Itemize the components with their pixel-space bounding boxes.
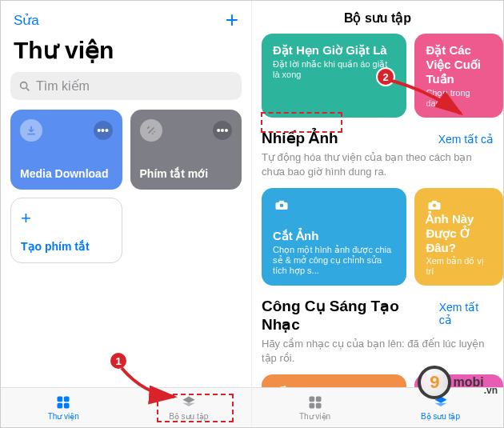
download-icon: [20, 119, 42, 142]
create-shortcut-label: Tạo phím tắt: [21, 240, 112, 253]
grid-icon: [306, 394, 324, 410]
gallery-header: Bộ sưu tập: [252, 1, 503, 34]
add-button[interactable]: +: [226, 7, 238, 33]
card-label: Phím tắt mới: [140, 167, 233, 180]
camera-icon: [426, 198, 443, 212]
tab-label: Thư viện: [48, 412, 79, 421]
svg-rect-14: [309, 403, 314, 409]
screen-library: Sửa + Thư viện Tìm kiếm ••• Media Downlo…: [1, 1, 252, 427]
tab-label: Thư viện: [299, 412, 330, 421]
card-new-shortcut[interactable]: ••• Phím tắt mới: [130, 110, 242, 190]
see-all-link[interactable]: Xem tất cả: [438, 133, 494, 146]
shortcut-title: Ảnh Này Được Ở Đâu?: [426, 212, 492, 254]
section-desc: Hãy cầm nhạc cụ của bạn lên: đã đến lúc …: [252, 337, 503, 365]
see-all-link[interactable]: Xem tất cả: [439, 301, 494, 326]
svg-rect-5: [64, 403, 70, 409]
section-desc: Tự động hóa thư viện của bạn theo cách b…: [252, 150, 503, 178]
screen-gallery: Bộ sưu tập Đặt Hẹn Giờ Giặt Là Đặt lời n…: [252, 1, 503, 427]
svg-rect-12: [309, 397, 314, 402]
shortcut-subtitle: Xem bản đồ vị trí: [426, 256, 492, 276]
svg-rect-3: [64, 397, 70, 402]
shortcut-subtitle: Chọn trong danh: [426, 88, 492, 108]
more-icon[interactable]: •••: [213, 121, 232, 140]
more-icon[interactable]: •••: [94, 121, 113, 140]
shortcut-subtitle: Đặt lời nhắc khi quần áo giặt là xong: [273, 59, 395, 79]
edit-button[interactable]: Sửa: [14, 12, 39, 29]
shortcut-crop-photo[interactable]: Cắt Ảnh Chọn một hình ảnh được chia sẻ &…: [262, 188, 406, 286]
shortcut-title: Đặt Hẹn Giờ Giặt Là: [273, 43, 395, 58]
svg-rect-15: [315, 403, 321, 409]
card-media-download[interactable]: ••• Media Download: [10, 110, 122, 190]
svg-line-1: [26, 88, 29, 90]
tab-library[interactable]: Thư viện: [1, 388, 126, 427]
create-shortcut-button[interactable]: + Tạo phím tắt: [10, 198, 122, 263]
svg-point-7: [433, 204, 437, 208]
watermark-text: mobi: [453, 375, 483, 390]
svg-rect-4: [58, 403, 63, 409]
search-icon: [18, 80, 31, 93]
shortcut-title: Đặt Các Việc Cuối Tuần: [426, 43, 492, 86]
section-title-photography: Nhiếp Ảnh: [262, 129, 338, 147]
shortcut-title: Cắt Ảnh: [273, 229, 395, 243]
search-placeholder: Tìm kiếm: [36, 78, 90, 94]
shortcut-weekend-tasks[interactable]: Đặt Các Việc Cuối Tuần Chọn trong danh: [414, 34, 503, 118]
tab-label: Bộ sưu tập: [169, 412, 208, 421]
svg-point-0: [21, 82, 27, 88]
search-input[interactable]: Tìm kiếm: [10, 72, 242, 100]
grid-icon: [54, 394, 72, 410]
tab-bar-left: Thư viện Bộ sưu tập: [1, 387, 251, 427]
svg-point-6: [280, 204, 284, 208]
tab-label: Bộ sưu tập: [421, 412, 460, 421]
watermark-ext: .vn: [484, 385, 498, 396]
shortcut-laundry-timer[interactable]: Đặt Hẹn Giờ Giặt Là Đặt lời nhắc khi quầ…: [262, 34, 406, 118]
tab-library[interactable]: Thư viện: [252, 388, 378, 427]
tab-gallery[interactable]: Bộ sưu tập: [126, 388, 252, 427]
card-label: Media Download: [20, 167, 113, 180]
section-title-music: Công Cụ Sáng Tạo Nhạc: [262, 297, 439, 334]
layers-icon: [180, 394, 198, 410]
watermark-icon: 9: [418, 366, 451, 399]
svg-rect-2: [58, 397, 63, 402]
page-title: Thư viện: [1, 33, 251, 72]
camera-icon: [273, 198, 290, 212]
wand-icon: [140, 119, 162, 142]
shortcut-photo-location[interactable]: Ảnh Này Được Ở Đâu? Xem bản đồ vị trí: [414, 188, 503, 286]
shortcut-subtitle: Chọn một hình ảnh được chia sẻ & mở công…: [273, 245, 395, 276]
plus-icon: +: [21, 208, 112, 229]
svg-rect-13: [315, 397, 321, 402]
watermark: 9 mobi .vn: [418, 366, 498, 399]
